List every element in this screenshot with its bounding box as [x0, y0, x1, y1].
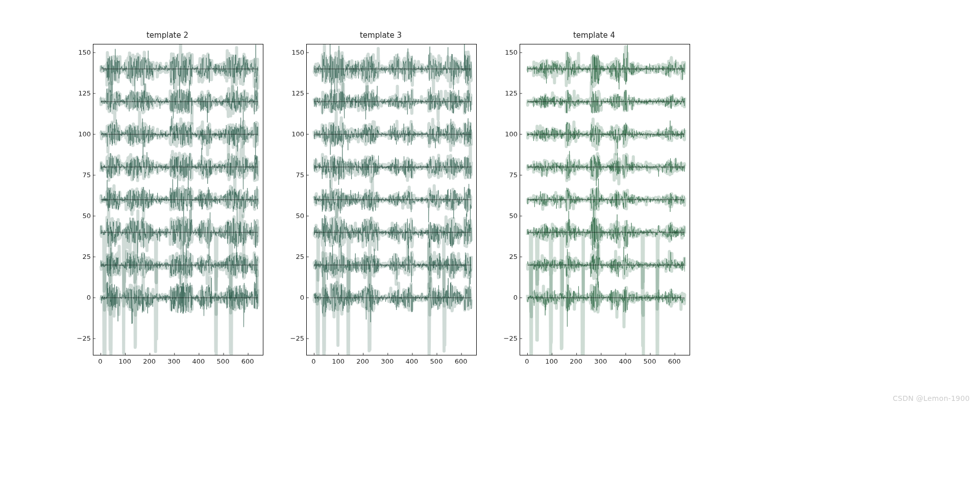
- y-tick-label: 25: [296, 253, 304, 260]
- y-tick-label: 50: [296, 212, 304, 220]
- y-tick-label: 100: [291, 130, 304, 138]
- y-tick-label: 0: [513, 294, 518, 301]
- subplot-template-2: template 2 −250255075100125150 010020030…: [71, 31, 263, 378]
- y-tick-label: 50: [82, 212, 91, 220]
- y-tick-label: 125: [291, 89, 304, 97]
- y-tick-label: 25: [82, 253, 91, 260]
- y-tick-label: 150: [505, 49, 518, 56]
- y-tick-label: 0: [300, 294, 304, 301]
- y-tick-label: 100: [505, 130, 518, 138]
- x-tick-label: 100: [118, 357, 131, 365]
- x-tick-label: 600: [668, 357, 681, 365]
- x-tick-labels: 0100200300400500600: [520, 357, 690, 368]
- axes-frame: [520, 44, 690, 355]
- y-tick-labels: −250255075100125150: [498, 44, 520, 355]
- axes-frame: [306, 44, 477, 355]
- y-tick-label: −25: [290, 334, 304, 342]
- x-tick-label: 400: [405, 357, 418, 365]
- x-tick-label: 500: [430, 357, 443, 365]
- x-tick-label: 0: [525, 357, 529, 365]
- subplot-title: template 4: [498, 31, 690, 40]
- axes-frame: [93, 44, 263, 355]
- x-tick-labels: 0100200300400500600: [93, 357, 263, 368]
- subplot-title: template 2: [71, 31, 263, 40]
- plot-svg: [93, 44, 263, 355]
- y-tick-label: 100: [78, 130, 91, 138]
- y-tick-labels: −250255075100125150: [71, 44, 93, 355]
- y-tick-label: 150: [78, 49, 91, 56]
- x-tick-label: 400: [619, 357, 631, 365]
- x-tick-label: 400: [192, 357, 205, 365]
- y-tick-label: 150: [291, 49, 304, 56]
- figure: template 2 −250255075100125150 010020030…: [71, 31, 715, 378]
- y-tick-label: 0: [87, 294, 91, 301]
- subplot-template-4: template 4 −250255075100125150 010020030…: [498, 31, 690, 378]
- y-tick-labels: −250255075100125150: [285, 44, 306, 355]
- y-tick-label: 75: [82, 171, 91, 179]
- x-tick-label: 0: [311, 357, 315, 365]
- x-tick-label: 200: [143, 357, 156, 365]
- y-tick-label: −25: [77, 334, 91, 342]
- x-tick-label: 300: [167, 357, 180, 365]
- x-tick-label: 200: [356, 357, 369, 365]
- plot-svg: [307, 44, 476, 355]
- subplot-template-3: template 3 −250255075100125150 010020030…: [285, 31, 477, 378]
- y-tick-label: 125: [78, 89, 91, 97]
- x-tick-labels: 0100200300400500600: [306, 357, 477, 368]
- y-tick-label: 25: [509, 253, 518, 260]
- y-tick-label: −25: [504, 334, 518, 342]
- plot-svg: [520, 44, 690, 355]
- y-tick-label: 50: [509, 212, 518, 220]
- y-tick-label: 125: [505, 89, 518, 97]
- x-tick-label: 300: [594, 357, 607, 365]
- x-tick-label: 600: [455, 357, 468, 365]
- x-tick-label: 0: [98, 357, 102, 365]
- watermark-text: CSDN @Lemon-1900: [893, 394, 970, 402]
- y-tick-label: 75: [509, 171, 518, 179]
- x-tick-label: 100: [545, 357, 558, 365]
- y-tick-label: 75: [296, 171, 304, 179]
- x-tick-label: 600: [241, 357, 254, 365]
- x-tick-label: 100: [332, 357, 345, 365]
- x-tick-label: 300: [381, 357, 394, 365]
- subplot-title: template 3: [285, 31, 477, 40]
- x-tick-label: 500: [217, 357, 230, 365]
- x-tick-label: 200: [570, 357, 582, 365]
- x-tick-label: 500: [644, 357, 656, 365]
